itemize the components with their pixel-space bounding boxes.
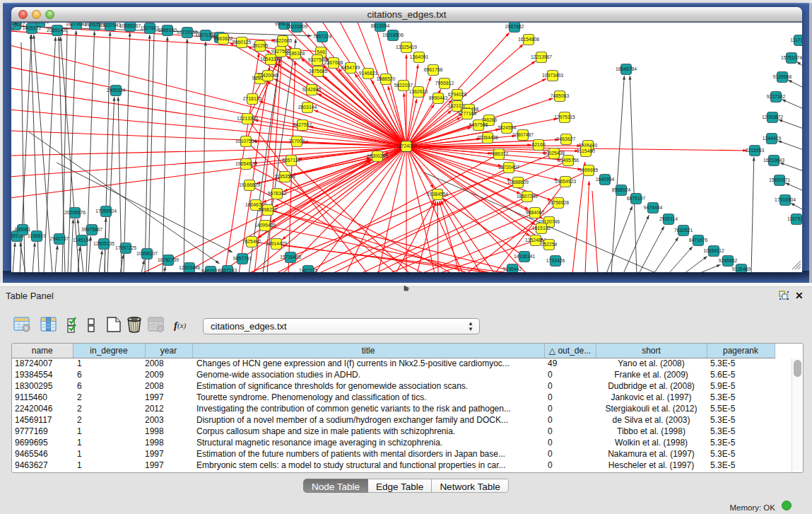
svg-text:19384554: 19384554 [427,192,448,197]
svg-text:12505135: 12505135 [93,241,114,246]
svg-text:2367608: 2367608 [324,60,343,65]
svg-text:9242845: 9242845 [302,87,322,92]
svg-text:10107554: 10107554 [235,139,257,144]
svg-text:19166829: 19166829 [239,182,260,187]
svg-text:9129966: 9129966 [773,74,792,79]
svg-text:10025438: 10025438 [543,151,565,156]
svg-text:835061: 835061 [15,227,31,232]
svg-text:8471676: 8471676 [689,238,708,243]
svg-text:20691406: 20691406 [47,28,68,33]
svg-text:252254: 252254 [541,242,558,247]
svg-text:9467531: 9467531 [201,269,220,272]
svg-text:7625402: 7625402 [242,239,261,244]
svg-text:5822037: 5822037 [394,83,413,88]
svg-text:1733426: 1733426 [546,258,565,263]
svg-text:2942737: 2942737 [50,236,69,241]
svg-text:7955812: 7955812 [435,81,454,86]
svg-text:12213967: 12213967 [531,54,552,59]
svg-text:22420046: 22420046 [257,73,278,78]
svg-text:546: 546 [317,49,325,54]
svg-text:14099489: 14099489 [254,223,276,228]
svg-text:16543342: 16543342 [260,57,281,62]
svg-text:2935114: 2935114 [659,216,678,221]
svg-text:20364436: 20364436 [477,135,498,140]
svg-text:9699695: 9699695 [579,168,599,173]
svg-text:9245652: 9245652 [719,258,738,263]
svg-text:8267110: 8267110 [282,158,300,163]
svg-text:19756928: 19756928 [548,200,569,205]
svg-text:9136442: 9136442 [503,267,522,271]
svg-text:1640954: 1640954 [596,177,615,182]
svg-text:774414: 774414 [11,23,18,25]
svg-text:15751074: 15751074 [781,55,802,60]
svg-text:1364091: 1364091 [410,54,429,59]
svg-text:8454749: 8454749 [341,65,360,70]
svg-text:16914479: 16914479 [266,241,287,246]
svg-text:9227342: 9227342 [767,94,786,99]
svg-text:9115460: 9115460 [577,148,595,153]
svg-text:9777169: 9777169 [458,111,477,116]
svg-text:6966160: 6966160 [158,28,177,33]
svg-text:1405572: 1405572 [23,25,42,30]
svg-text:5498222: 5498222 [259,207,278,212]
svg-text:19218506: 19218506 [382,33,404,37]
svg-text:13325419: 13325419 [396,45,417,49]
svg-text:9857791: 9857791 [233,256,252,261]
svg-text:10973493: 10973493 [542,73,563,78]
svg-text:15692971: 15692971 [769,177,790,182]
svg-text:6794028: 6794028 [448,92,467,97]
svg-text:10807487: 10807487 [512,132,534,137]
svg-text:8186328: 8186328 [286,51,305,56]
svg-text:18300295: 18300295 [367,153,388,158]
svg-text:9146821: 9146821 [359,71,378,76]
svg-text:1615132: 1615132 [532,226,551,230]
svg-text:1156819: 1156819 [28,233,46,238]
svg-text:5822605: 5822605 [273,38,293,43]
svg-text:7485063: 7485063 [551,93,570,98]
svg-text:15495756: 15495756 [558,158,579,163]
svg-text:9463627: 9463627 [557,136,576,141]
svg-text:16210643: 16210643 [763,158,784,163]
svg-text:15720407: 15720407 [498,165,519,170]
svg-text:(x): (x) [177,321,187,330]
svg-text:14136141: 14136141 [514,254,535,259]
svg-text:7632621: 7632621 [674,228,693,233]
svg-text:1244419: 1244419 [763,136,782,141]
svg-text:17957225: 17957225 [115,245,136,250]
svg-text:17359924: 17359924 [95,209,117,214]
svg-text:62160: 62160 [532,142,546,147]
svg-text:9884067: 9884067 [526,210,545,215]
svg-text:8813054: 8813054 [371,23,390,28]
svg-text:3875685: 3875685 [309,69,328,74]
svg-text:3824554: 3824554 [498,125,517,130]
svg-text:8958924: 8958924 [612,187,631,192]
svg-text:16033809: 16033809 [286,24,307,29]
svg-text:6497568: 6497568 [469,122,488,127]
svg-text:1588520: 1588520 [377,76,396,81]
svg-text:12093872: 12093872 [762,115,783,119]
svg-text:16782759: 16782759 [158,257,179,262]
svg-text:2087682: 2087682 [505,24,524,29]
svg-text:18807249: 18807249 [517,194,538,199]
svg-text:19654923: 19654923 [235,161,257,166]
svg-text:2718120: 2718120 [243,96,262,101]
svg-text:20206576: 20206576 [64,210,86,215]
svg-text:10688609: 10688609 [507,180,529,185]
svg-text:391295: 391295 [252,43,269,48]
svg-text:8427552: 8427552 [293,122,312,127]
svg-text:6961758: 6961758 [424,67,443,72]
svg-text:1167533: 1167533 [787,216,802,221]
svg-text:7467235: 7467235 [299,268,318,272]
svg-text:15237043: 15237043 [100,23,121,28]
svg-text:1117349: 1117349 [790,37,802,42]
svg-text:16154808: 16154808 [518,37,539,42]
svg-text:18724007: 18724007 [396,144,417,148]
svg-text:11353594: 11353594 [274,174,295,179]
svg-text:1362615: 1362615 [409,89,428,94]
svg-text:8678342: 8678342 [268,191,287,196]
svg-text:12213382: 12213382 [237,116,258,121]
svg-text:2905334: 2905334 [107,88,126,93]
svg-text:39975867: 39975867 [81,227,102,232]
svg-text:8215953: 8215953 [746,148,765,153]
svg-text:6879197: 6879197 [627,196,646,201]
